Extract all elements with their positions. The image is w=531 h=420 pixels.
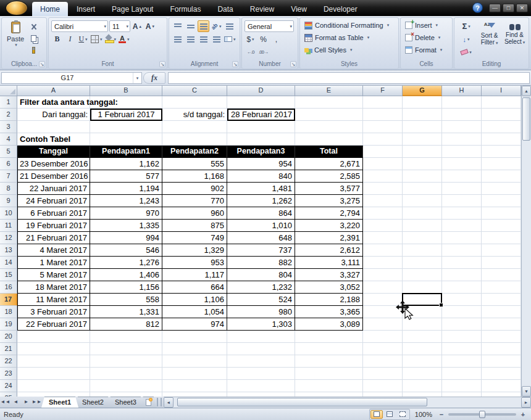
cell-E5[interactable]: Total: [295, 146, 363, 158]
cell-A14[interactable]: 1 Maret 2017: [17, 257, 90, 269]
cell-E8[interactable]: 3,577: [295, 183, 363, 195]
grid-cell-E25[interactable]: [295, 392, 363, 397]
grid-cell-E21[interactable]: [295, 343, 363, 355]
cell-E10[interactable]: 2,794: [295, 207, 363, 220]
row-header-20[interactable]: 20: [0, 331, 17, 343]
grid-cell-B21[interactable]: [90, 343, 162, 355]
grid-cell-G12[interactable]: [403, 232, 442, 244]
align-middle-button[interactable]: [185, 20, 196, 32]
row-header-22[interactable]: 22: [0, 355, 17, 368]
grid-cell-I16[interactable]: [482, 281, 521, 294]
grid-cell-H17[interactable]: [442, 294, 482, 306]
cell-E18[interactable]: 3,365: [295, 306, 363, 318]
shrink-font-button[interactable]: A▼: [144, 20, 156, 32]
grid-cell-A24[interactable]: [17, 380, 90, 392]
grow-font-button[interactable]: A▲: [132, 20, 143, 32]
cell-D17[interactable]: 524: [227, 294, 295, 306]
insert-function-button[interactable]: fx: [143, 72, 165, 84]
conditional-formatting-button[interactable]: Conditional Formatting ▾: [302, 19, 396, 31]
grid-cell-H18[interactable]: [442, 306, 482, 318]
row-header-9[interactable]: 9: [0, 195, 17, 207]
cell-A2[interactable]: Dari tanggal:: [17, 109, 90, 121]
ribbon-tab-formulas[interactable]: Formulas: [162, 2, 209, 16]
cell-B5[interactable]: Pendapatan1: [90, 146, 162, 158]
column-header-E[interactable]: E: [295, 86, 363, 96]
first-sheet-button[interactable]: ◄◄: [0, 397, 10, 408]
row-header-24[interactable]: 24: [0, 380, 17, 392]
cut-button[interactable]: [27, 22, 40, 31]
autosum-button[interactable]: Σ▾: [456, 20, 476, 32]
grid-cell-D21[interactable]: [227, 343, 295, 355]
grid-cell-D3[interactable]: [227, 121, 295, 133]
cell-C16[interactable]: 664: [162, 281, 227, 294]
grid-cell-D23[interactable]: [227, 368, 295, 380]
cell-D13[interactable]: 737: [227, 244, 295, 257]
increase-decimal-button[interactable]: ←.0: [245, 46, 256, 58]
column-header-F[interactable]: F: [363, 86, 403, 96]
grid-cell-I12[interactable]: [482, 232, 521, 244]
cell-B14[interactable]: 1,276: [90, 257, 162, 269]
grid-cell-F23[interactable]: [363, 368, 403, 380]
grid-cell-B3[interactable]: [90, 121, 162, 133]
grid-cell-I10[interactable]: [482, 207, 521, 220]
font-dialog-launcher[interactable]: ↘: [159, 61, 165, 67]
grid-cell-F24[interactable]: [363, 380, 403, 392]
clear-button[interactable]: ▾: [456, 46, 476, 58]
scroll-left-button[interactable]: ◄: [164, 397, 174, 408]
grid-cell-E24[interactable]: [295, 380, 363, 392]
grid-cell-G8[interactable]: [403, 183, 442, 195]
cell-E6[interactable]: 2,671: [295, 158, 363, 170]
grid-cell-I20[interactable]: [482, 331, 521, 343]
grid-cell-I15[interactable]: [482, 269, 521, 281]
cell-D16[interactable]: 1,232: [227, 281, 295, 294]
format-painter-button[interactable]: [27, 45, 40, 55]
row-header-7[interactable]: 7: [0, 170, 17, 183]
grid-cell-A21[interactable]: [17, 343, 90, 355]
align-center-button[interactable]: [185, 33, 196, 45]
cell-B17[interactable]: 558: [90, 294, 162, 306]
row-header-25[interactable]: 25: [0, 392, 17, 397]
grid-cell-G9[interactable]: [403, 195, 442, 207]
cell-A19[interactable]: 22 Februari 2017: [17, 318, 90, 331]
grid-cell-F17[interactable]: [363, 294, 403, 306]
cell-A1[interactable]: Filter data antara tanggal:: [17, 96, 162, 109]
cell-B19[interactable]: 812: [90, 318, 162, 331]
row-header-1[interactable]: 1: [0, 96, 17, 109]
grid-cell-D25[interactable]: [227, 392, 295, 397]
zoom-level[interactable]: 100%: [415, 411, 432, 418]
grid-cell-E20[interactable]: [295, 331, 363, 343]
grid-cell-A20[interactable]: [17, 331, 90, 343]
cell-A17[interactable]: 11 Maret 2017: [17, 294, 90, 306]
cell-B8[interactable]: 1,194: [90, 183, 162, 195]
grid-cell-G23[interactable]: [403, 368, 442, 380]
cell-D14[interactable]: 882: [227, 257, 295, 269]
grid-cell-H9[interactable]: [442, 195, 482, 207]
cell-D9[interactable]: 1,262: [227, 195, 295, 207]
cell-B10[interactable]: 970: [90, 207, 162, 220]
sheet-tab-sheet1[interactable]: Sheet1: [41, 397, 78, 408]
scroll-down-button[interactable]: ▼: [522, 386, 531, 397]
align-bottom-button[interactable]: [198, 20, 209, 32]
cell-D19[interactable]: 1,303: [227, 318, 295, 331]
cell-B13[interactable]: 546: [90, 244, 162, 257]
cell-E15[interactable]: 3,327: [295, 269, 363, 281]
column-header-D[interactable]: D: [227, 86, 295, 96]
grid-cell-I7[interactable]: [482, 170, 521, 183]
fill-color-button[interactable]: ▾: [104, 33, 117, 45]
cell-B7[interactable]: 577: [90, 170, 162, 183]
grid-cell-D20[interactable]: [227, 331, 295, 343]
column-header-C[interactable]: C: [162, 86, 227, 96]
sort-filter-button[interactable]: Sort & Filter▾: [477, 19, 501, 58]
cell-C8[interactable]: 902: [162, 183, 227, 195]
grid-cell-I21[interactable]: [482, 343, 521, 355]
grid-cell-F19[interactable]: [363, 318, 403, 331]
cell-styles-button[interactable]: Cell Styles ▾: [302, 44, 396, 56]
selected-cell-outline[interactable]: [402, 293, 442, 306]
cell-A15[interactable]: 5 Maret 2017: [17, 269, 90, 281]
grid-cell-E23[interactable]: [295, 368, 363, 380]
ribbon-tab-view[interactable]: View: [283, 2, 315, 16]
row-header-15[interactable]: 15: [0, 269, 17, 281]
cell-E16[interactable]: 3,052: [295, 281, 363, 294]
cell-B18[interactable]: 1,331: [90, 306, 162, 318]
grid-cell-B24[interactable]: [90, 380, 162, 392]
